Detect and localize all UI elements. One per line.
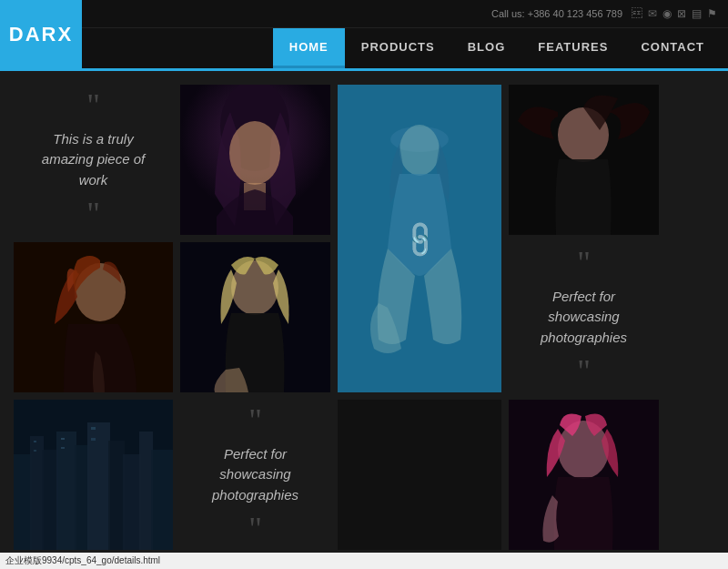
nav-features[interactable]: FEATURES <box>521 28 624 68</box>
svg-rect-30 <box>14 400 173 550</box>
photo-cell-redhead[interactable] <box>14 242 173 392</box>
quote-mark-close-3: " <box>248 513 262 545</box>
photo-cell-city[interactable] <box>14 400 173 550</box>
header-right: Call us: +386 40 123 456 789  ✉ ◉ ⊠ ▤ ⚑… <box>82 0 728 68</box>
photo-cell-pink[interactable] <box>509 400 659 550</box>
header: DARX Call us: +386 40 123 456 789  ✉ ◉ … <box>0 0 728 68</box>
nav-home[interactable]: HOME <box>273 28 345 68</box>
top-bar: Call us: +386 40 123 456 789  ✉ ◉ ⊠ ▤ ⚑ <box>82 0 728 27</box>
quote-mark-open-2: " <box>577 247 591 279</box>
quote-cell-2: " Perfect for showcasing photographies " <box>509 242 659 392</box>
photo-cell-woman1[interactable] <box>180 85 330 235</box>
quote-cell-3: " Perfect for showcasing photographies " <box>180 400 330 550</box>
quote-mark-open-1: " <box>86 89 100 122</box>
svg-point-2 <box>229 121 280 185</box>
nav-bar: HOME PRODUCTS BLOG FEATURES CONTACT <box>82 27 728 68</box>
camera-icon[interactable]: ▤ <box>692 7 702 20</box>
statusbar-text: 企业模版9934/cpts_64_go/details.html <box>5 554 160 567</box>
photo-cell-blue-highlight[interactable]: 🔗 <box>338 85 501 392</box>
twitter-icon[interactable]: ✉ <box>648 7 657 20</box>
statusbar: 企业模版9934/cpts_64_go/details.html <box>0 553 728 569</box>
quote-mark-close-2: " <box>577 355 591 388</box>
photo-cell-blonde[interactable] <box>180 242 330 392</box>
logo-text: DARX <box>9 23 73 46</box>
quote-cell-1: " This is a truly amazing piece of work … <box>14 85 173 235</box>
quote-mark-open-3: " <box>248 404 262 437</box>
quote-mark-close-1: " <box>86 198 100 230</box>
quote-text-1: This is a truly amazing piece of work <box>32 129 155 191</box>
photo-cell-woman4[interactable] <box>509 85 659 235</box>
link-icon: 🔗 <box>398 217 441 260</box>
main-grid: " This is a truly amazing piece of work … <box>0 71 728 564</box>
blue-overlay: 🔗 <box>338 85 501 392</box>
quote-text-2: Perfect for showcasing photographies <box>527 287 641 349</box>
quote-text-3: Perfect for showcasing photographies <box>198 444 312 506</box>
nav-blog[interactable]: BLOG <box>451 28 522 68</box>
nav-products[interactable]: PRODUCTS <box>345 28 451 68</box>
rss-icon[interactable]: ◉ <box>662 7 672 20</box>
nav-contact[interactable]: CONTACT <box>624 28 721 68</box>
flag-icon[interactable]: ⚑ <box>707 7 717 20</box>
call-text: Call us: +386 40 123 456 789 <box>491 8 622 19</box>
social-icons:  ✉ ◉ ⊠ ▤ ⚑ <box>632 7 717 20</box>
logo[interactable]: DARX <box>0 0 82 68</box>
mail-icon[interactable]: ⊠ <box>677 7 686 20</box>
photo-cell-dark3[interactable] <box>338 400 501 550</box>
facebook-icon[interactable]:  <box>632 7 642 20</box>
